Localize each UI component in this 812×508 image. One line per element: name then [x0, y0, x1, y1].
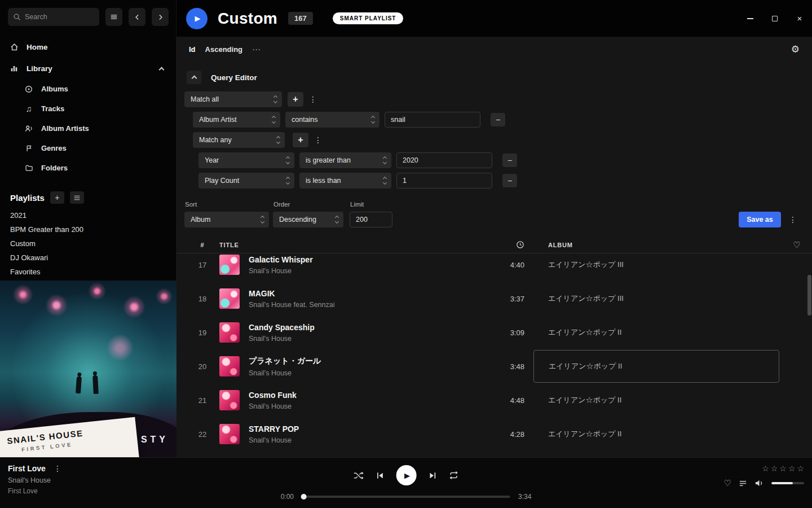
- rule-field-select[interactable]: Album Artist: [193, 112, 280, 128]
- rating-stars[interactable]: ☆☆☆☆☆: [762, 464, 804, 473]
- minimize-button[interactable]: [738, 0, 762, 37]
- playlist-item[interactable]: 2021: [0, 208, 176, 222]
- more-options-icon[interactable]: ⋯: [252, 45, 261, 55]
- previous-button[interactable]: [376, 471, 385, 480]
- repeat-button[interactable]: [449, 471, 459, 480]
- seek-handle[interactable]: [301, 494, 307, 500]
- nav-forward-button[interactable]: [152, 8, 169, 26]
- collapse-query-editor-button[interactable]: [187, 71, 201, 84]
- match-mode-select[interactable]: Match all: [184, 91, 282, 107]
- play-playlist-button[interactable]: ▶: [186, 8, 208, 29]
- remove-rule-button[interactable]: −: [502, 174, 517, 187]
- star-icon[interactable]: ☆: [788, 464, 796, 473]
- track-album: エイリアン☆ポップ II: [533, 383, 779, 417]
- sidebar-item-library[interactable]: Library: [0, 58, 176, 79]
- column-album[interactable]: ALBUM: [533, 242, 779, 248]
- search-input[interactable]: [25, 13, 94, 21]
- sidebar-item-albums[interactable]: Albums: [0, 79, 176, 99]
- sidebar-item-genres[interactable]: Genres: [0, 138, 176, 158]
- volume-icon[interactable]: [754, 479, 764, 487]
- rule-operator-select[interactable]: contains: [285, 112, 379, 128]
- sort-direction-label[interactable]: Ascending: [205, 45, 242, 54]
- star-icon[interactable]: ☆: [771, 464, 778, 473]
- volume-slider[interactable]: [771, 482, 804, 484]
- playlist-item[interactable]: DJ Okawari: [0, 251, 176, 265]
- favorite-button[interactable]: ♡: [724, 478, 731, 488]
- track-album: エイリアン☆ポップ III: [533, 282, 779, 316]
- settings-gear-icon[interactable]: ⚙: [791, 43, 800, 55]
- star-icon[interactable]: ☆: [797, 464, 804, 473]
- track-duration: 3:48: [479, 362, 524, 371]
- shuffle-button[interactable]: [354, 471, 364, 480]
- star-icon[interactable]: ☆: [779, 464, 787, 473]
- select-value: Album Artist: [199, 116, 237, 124]
- updown-caret-icon: [383, 157, 386, 164]
- table-row[interactable]: 19 Candy Spaceship Snail's House 3:09 エイ…: [176, 316, 812, 349]
- search-box[interactable]: [8, 8, 99, 26]
- add-rule-button[interactable]: +: [288, 92, 303, 107]
- table-row[interactable]: 21 Cosmo Funk Snail's House 4:48 エイリアン☆ポ…: [176, 383, 812, 417]
- sort-select[interactable]: Album: [184, 212, 269, 227]
- star-icon[interactable]: ☆: [762, 464, 769, 473]
- rule-operator-select[interactable]: is greater than: [299, 152, 391, 168]
- updown-caret-icon: [372, 116, 374, 123]
- elapsed-time: 0:00: [281, 493, 294, 501]
- nav-back-button[interactable]: [129, 8, 145, 26]
- group-kebab-icon[interactable]: ⋮: [314, 135, 323, 144]
- table-row[interactable]: 17 Galactic Whisper Snail's House 4:40 エ…: [176, 248, 812, 282]
- table-row-selected[interactable]: 20 プラネット・ガール Snail's House 3:48 エイリアン☆ポッ…: [176, 349, 812, 383]
- column-index[interactable]: #: [195, 242, 210, 248]
- rule-field-select[interactable]: Play Count: [198, 173, 294, 189]
- sort-field-label[interactable]: Id: [189, 45, 196, 54]
- now-playing-artwork[interactable]: SNAIL'S HOUSE FIRST LOVE TASTY: [0, 281, 176, 457]
- rule-value-input[interactable]: [385, 112, 480, 128]
- menu-button[interactable]: [105, 8, 122, 26]
- albums-icon: [24, 85, 34, 94]
- rule-operator-select[interactable]: is less than: [299, 173, 391, 189]
- query-editor-title: Query Editor: [211, 73, 257, 82]
- collapse-chevron-icon[interactable]: [159, 67, 165, 72]
- remove-rule-button[interactable]: −: [491, 113, 505, 126]
- play-pause-button[interactable]: ▶: [396, 465, 417, 485]
- track-duration: 3:09: [479, 329, 524, 337]
- track-album: エイリアン☆ポップ II: [533, 316, 779, 349]
- add-rule-button[interactable]: +: [293, 133, 308, 147]
- table-row[interactable]: 18 MAGIK Snail's House feat. Sennzai 3:3…: [176, 282, 812, 316]
- scrollbar-thumb[interactable]: [807, 275, 811, 316]
- maximize-button[interactable]: [762, 0, 787, 37]
- sidebar-item-tracks[interactable]: ♫ Tracks: [0, 99, 176, 119]
- column-title[interactable]: TITLE: [219, 242, 470, 248]
- now-playing-kebab-icon[interactable]: ⋮: [54, 464, 61, 473]
- match-mode-select[interactable]: Match any: [193, 132, 285, 148]
- music-note-icon: ♫: [24, 104, 34, 113]
- sidebar-item-folders[interactable]: Folders: [0, 158, 176, 178]
- playlist-item[interactable]: BPM Greater than 200: [0, 222, 176, 237]
- sidebar-item-home[interactable]: Home: [0, 36, 176, 58]
- updown-caret-icon: [261, 216, 264, 223]
- next-button[interactable]: [429, 471, 437, 480]
- playlist-menu-button[interactable]: [70, 191, 84, 204]
- query-editor: Query Editor Match all + ⋮ Album Artist: [176, 62, 812, 193]
- sidebar-item-album-artists[interactable]: Album Artists: [0, 119, 176, 138]
- save-as-button[interactable]: Save as: [739, 212, 781, 227]
- add-playlist-button[interactable]: +: [50, 191, 64, 204]
- rule-field-select[interactable]: Year: [198, 152, 294, 168]
- seek-bar[interactable]: [302, 496, 510, 498]
- maximize-icon: [772, 16, 778, 21]
- track-number: 18: [195, 295, 210, 303]
- rule-value-input[interactable]: [396, 173, 492, 189]
- playlist-item[interactable]: Custom: [0, 237, 176, 251]
- playlist-item[interactable]: Favorites: [0, 265, 176, 279]
- updown-caret-icon: [336, 216, 338, 223]
- queue-button[interactable]: [739, 479, 747, 488]
- track-count-badge: 167: [288, 12, 313, 25]
- remove-rule-button[interactable]: −: [502, 154, 517, 167]
- sidebar-item-label: Home: [27, 43, 48, 51]
- table-row[interactable]: 22 STARRY POP Snail's House 4:28 エイリアン☆ポ…: [176, 417, 812, 451]
- close-button[interactable]: ×: [787, 0, 812, 37]
- group-kebab-icon[interactable]: ⋮: [308, 95, 317, 104]
- save-kebab-icon[interactable]: ⋮: [788, 215, 797, 224]
- order-select[interactable]: Descending: [273, 212, 343, 227]
- rule-value-input[interactable]: [396, 152, 492, 168]
- limit-input[interactable]: [350, 212, 392, 227]
